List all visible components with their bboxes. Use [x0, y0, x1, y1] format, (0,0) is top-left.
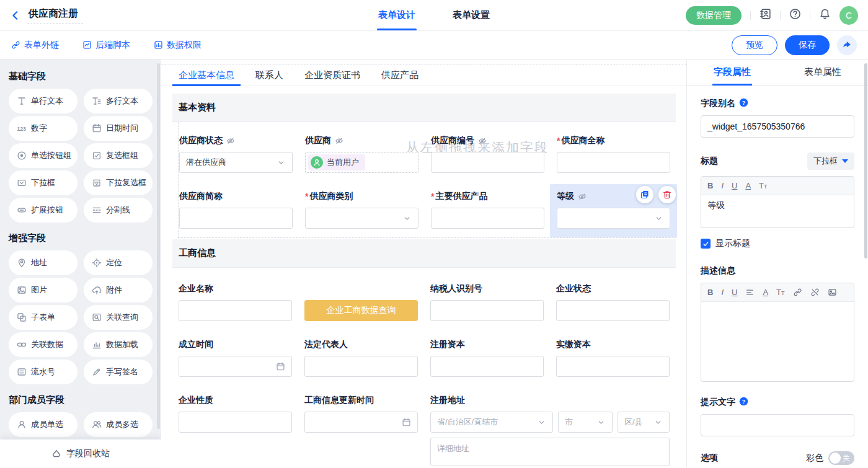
canvas-field[interactable]: 法定代表人 [304, 338, 418, 377]
form-tab-1[interactable]: 联系人 [249, 64, 290, 86]
underline-icon[interactable]: U [732, 181, 737, 190]
field-type-select-multi[interactable]: 下拉复选框 [84, 170, 153, 195]
form-tab-2[interactable]: 企业资质证书 [298, 64, 366, 86]
text-input[interactable] [431, 208, 544, 229]
address-select[interactable]: 省/自治区/直辖市 [430, 412, 553, 433]
field-type-ext-button[interactable]: 扩展按钮 [9, 198, 78, 223]
form-tab-3[interactable]: 供应产品 [375, 64, 425, 86]
date-input[interactable] [179, 356, 292, 377]
header-tab-design[interactable]: 表单设计 [377, 0, 417, 30]
field-type-members[interactable]: 成员多选 [84, 412, 153, 437]
panel-scrollbar[interactable] [864, 63, 867, 258]
field-type-radio[interactable]: 单选按钮组 [9, 143, 78, 168]
copy-field-button[interactable] [636, 186, 653, 203]
widget-type-select[interactable]: 下拉框 [807, 152, 854, 170]
show-title-checkbox[interactable]: 显示标题 [701, 238, 854, 249]
canvas-field[interactable]: 工商信息更新时间 [304, 394, 418, 466]
toolbar-link-link[interactable]: 表单外链 [11, 40, 59, 51]
help-icon[interactable]: ? [739, 98, 748, 109]
toolbar-link-script[interactable]: 后端脚本 [82, 40, 130, 51]
canvas-field[interactable]: 供应商状态潜在供应商 [179, 135, 293, 173]
canvas-field[interactable]: 企业名称 [179, 283, 292, 321]
user-select-input[interactable]: 当前用户 [305, 152, 418, 173]
field-type-serial[interactable]: 流水号 [9, 360, 78, 384]
image-icon[interactable] [828, 288, 837, 297]
canvas-field[interactable]: 企业性质 [179, 394, 292, 466]
date-input[interactable] [304, 412, 418, 433]
text-input[interactable] [556, 300, 670, 321]
panel-tab-form-props[interactable]: 表单属性 [777, 60, 868, 85]
text-input[interactable] [430, 356, 544, 377]
save-button[interactable]: 保存 [785, 35, 830, 55]
placeholder-input[interactable] [701, 414, 854, 436]
avatar[interactable]: C [839, 6, 858, 25]
field-type-locate[interactable]: 定位 [84, 250, 153, 275]
address-detail-input[interactable]: 详细地址 [430, 438, 670, 466]
select-input[interactable]: 潜在供应商 [179, 152, 293, 173]
canvas-field[interactable]: *供应商类别 [305, 190, 418, 229]
company-data-lookup-button[interactable]: 企业工商数据查询 [304, 300, 418, 321]
text-input[interactable] [430, 300, 544, 321]
color-toggle[interactable]: 关 [828, 451, 854, 465]
header-tab-settings[interactable]: 表单设置 [451, 0, 491, 30]
share-button[interactable] [837, 35, 857, 55]
canvas-field[interactable]: 纳税人识别号 [430, 283, 544, 321]
field-type-divider[interactable]: 分割线 [84, 198, 153, 223]
field-type-image[interactable]: 图片 [9, 278, 78, 302]
canvas-field[interactable]: 供应商编号 [431, 135, 544, 173]
canvas-field[interactable]: 供应商简称 [179, 190, 293, 229]
toolbar-link-data-perm[interactable]: 数据权限 [154, 40, 202, 51]
field-type-member[interactable]: 成员单选 [9, 412, 78, 437]
field-recycle-button[interactable]: 字段回收站 [0, 439, 161, 467]
bold-icon[interactable]: B [707, 181, 713, 190]
text-input[interactable] [304, 356, 418, 377]
canvas-field[interactable]: .企业工商数据查询 [304, 283, 418, 321]
size-icon[interactable]: TT [759, 181, 767, 190]
form-tab-0[interactable]: 企业基本信息 [172, 64, 241, 86]
address-select[interactable]: 区/县 [618, 412, 670, 433]
page-title[interactable]: 供应商注册 [27, 6, 83, 24]
panel-tab-field-props[interactable]: 字段属性 [687, 60, 777, 85]
unlink-icon[interactable] [810, 288, 820, 297]
italic-icon[interactable]: I [721, 288, 724, 297]
field-type-select[interactable]: 下拉框 [9, 170, 78, 195]
link-icon[interactable] [793, 288, 802, 297]
text-input[interactable] [179, 412, 292, 433]
help-icon[interactable]: ? [739, 397, 748, 408]
color-icon[interactable]: A [763, 288, 768, 297]
canvas-field[interactable]: *供应商全称 [557, 135, 670, 173]
bell-icon[interactable] [819, 8, 831, 22]
underline-icon[interactable]: U [732, 288, 737, 297]
contacts-icon[interactable] [760, 8, 771, 22]
text-input[interactable] [556, 356, 670, 377]
select-input[interactable] [557, 208, 670, 229]
field-type-textarea[interactable]: 多行文本 [84, 89, 153, 113]
back-button[interactable] [10, 10, 21, 21]
field-type-lookup[interactable]: 关联查询 [84, 305, 153, 330]
field-type-checkbox-group[interactable]: 复选框组 [84, 143, 153, 168]
canvas-field[interactable]: 等级 [550, 184, 677, 237]
address-select[interactable]: 市 [558, 412, 613, 433]
bold-icon[interactable]: B [707, 288, 713, 297]
canvas-field[interactable]: 注册地址省/自治区/直辖市市区/县 详细地址 [430, 394, 670, 466]
select-input[interactable] [305, 208, 418, 229]
text-input[interactable] [431, 152, 544, 173]
text-input[interactable] [557, 152, 670, 173]
align-icon[interactable] [745, 288, 755, 297]
field-alias-input[interactable] [701, 115, 854, 138]
field-type-attach[interactable]: 附件 [84, 278, 153, 302]
italic-icon[interactable]: I [721, 181, 724, 190]
canvas-field[interactable]: 供应商当前用户 [305, 135, 418, 173]
delete-field-button[interactable] [658, 186, 676, 203]
canvas-field[interactable]: *主要供应产品 [431, 190, 544, 229]
field-type-address[interactable]: 地址 [9, 250, 78, 275]
help-icon[interactable] [789, 8, 801, 22]
canvas-field[interactable]: 企业状态 [556, 283, 670, 321]
field-type-data-load[interactable]: 数据加载 [84, 332, 153, 357]
description-editor-content[interactable] [701, 302, 854, 381]
field-type-number[interactable]: 123数字 [9, 116, 78, 141]
canvas-field[interactable]: 成立时间 [179, 338, 292, 377]
preview-button[interactable]: 预览 [732, 35, 777, 55]
canvas-field[interactable]: 注册资本 [430, 338, 544, 377]
field-type-date[interactable]: 日期时间 [84, 116, 153, 141]
